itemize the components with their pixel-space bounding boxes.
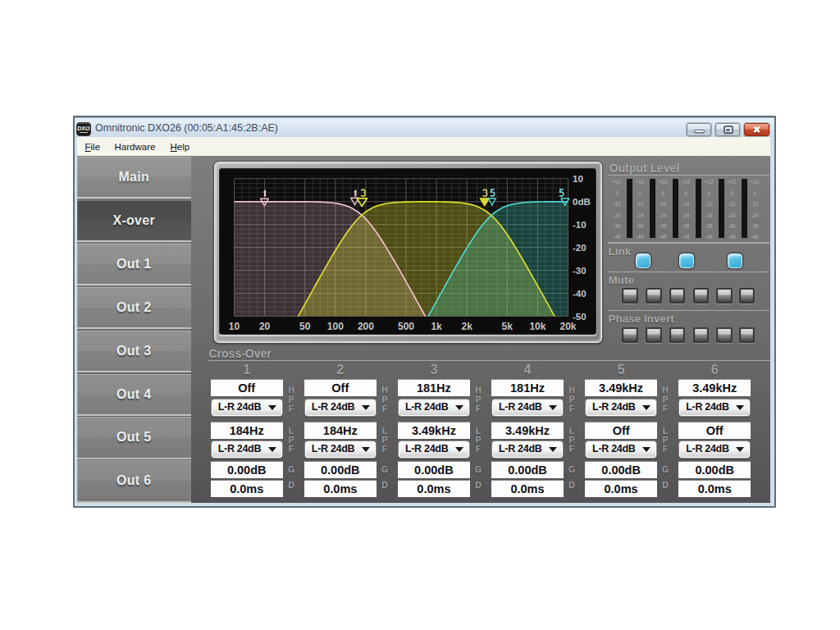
svg-text:500: 500 xyxy=(398,321,414,332)
svg-text:10: 10 xyxy=(573,174,583,184)
svg-text:200: 200 xyxy=(358,321,374,332)
svg-text:20k: 20k xyxy=(559,321,576,332)
svg-text:0dB: 0dB xyxy=(573,197,591,207)
svg-text:20: 20 xyxy=(259,321,271,332)
svg-text:10k: 10k xyxy=(529,321,546,332)
svg-text:-40: -40 xyxy=(573,289,587,299)
svg-text:5k: 5k xyxy=(502,321,514,332)
svg-text:-10: -10 xyxy=(573,220,587,230)
svg-text:-20: -20 xyxy=(573,243,587,253)
svg-text:-30: -30 xyxy=(573,266,587,276)
svg-text:1k: 1k xyxy=(431,321,442,332)
svg-text:50: 50 xyxy=(299,321,311,332)
svg-text:100: 100 xyxy=(327,321,344,332)
svg-text:2k: 2k xyxy=(462,321,473,332)
svg-text:-50: -50 xyxy=(573,312,587,322)
svg-text:10: 10 xyxy=(229,321,240,332)
